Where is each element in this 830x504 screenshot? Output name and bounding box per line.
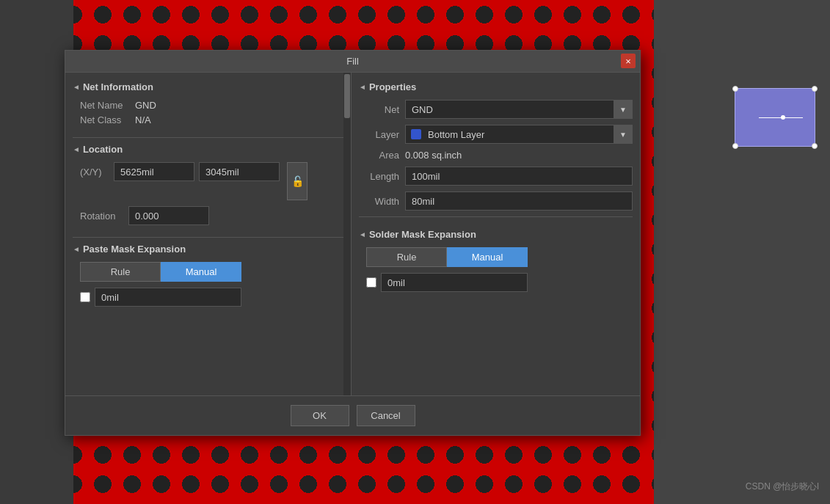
pcb-preview [727,73,823,161]
lock-button[interactable]: 🔓 [287,162,307,200]
xy-label: (X/Y) [80,167,109,178]
net-name-value: GND [135,100,156,111]
net-prop-label: Net [359,104,399,115]
net-info-section: ◄ Net Information Net Name GND Net Class… [73,81,343,125]
paste-mask-section: ◄ Paste Mask Expansion Rule Manual [73,244,343,307]
paste-mask-btn-group: Rule Manual [73,262,343,282]
location-arrow: ◄ [73,145,80,153]
dialog-footer: OK Cancel [65,395,640,435]
left-panel: ◄ Net Information Net Name GND Net Class… [65,73,352,395]
right-panel: ◄ Properties Net GND ▼ Layer [352,73,640,395]
layer-select-wrapper: Bottom Layer ▼ [405,125,633,144]
close-button[interactable]: × [621,54,636,68]
paste-mask-arrow: ◄ [73,245,80,253]
length-input[interactable] [405,167,633,186]
layer-prop-label: Layer [359,129,399,140]
properties-title: Properties [369,81,416,92]
location-section: ◄ Location (X/Y) 🔓 Rotation [73,144,343,225]
area-prop-label: Area [359,150,399,161]
net-info-title: Net Information [83,81,153,92]
net-select[interactable]: GND [405,100,633,119]
pcb-line [759,117,802,118]
area-prop-value: 0.008 sq.inch [405,150,462,161]
layer-prop-row: Layer Bottom Layer ▼ [359,125,633,144]
solder-mask-value[interactable] [381,273,528,292]
scroll-thumb [344,74,350,118]
location-header: ◄ Location [73,144,343,155]
rotation-label: Rotation [80,211,124,222]
pcb-handle-tr [812,86,818,92]
pcb-handle-bl [732,143,738,149]
divider-3 [359,216,633,217]
cancel-button[interactable]: Cancel [357,405,415,426]
net-class-label: Net Class [80,114,135,125]
dialog-title: Fill [346,56,359,67]
dialog-body: ◄ Net Information Net Name GND Net Class… [65,73,640,395]
xy-row: (X/Y) [80,162,280,181]
paste-mask-checkbox[interactable] [80,292,90,302]
net-name-label: Net Name [80,100,135,111]
watermark: CSDN @怡步晓心l [746,481,819,493]
ok-button[interactable]: OK [291,405,349,426]
width-prop-row: Width [359,191,633,211]
solder-mask-checkbox[interactable] [366,277,376,288]
x-input[interactable] [114,162,194,181]
net-prop-row: Net GND ▼ [359,100,633,119]
location-title: Location [83,144,123,155]
paste-mask-rule-btn[interactable]: Rule [80,262,161,282]
net-class-value: N/A [135,114,151,125]
rotation-row: Rotation [73,206,343,225]
solder-mask-arrow: ◄ [359,230,366,238]
solder-mask-header: ◄ Solder Mask Expansion [359,229,633,240]
net-info-arrow: ◄ [73,83,80,91]
length-prop-label: Length [359,171,399,182]
paste-mask-header: ◄ Paste Mask Expansion [73,244,343,255]
paste-mask-value[interactable] [95,288,241,307]
solder-mask-rule-btn[interactable]: Rule [366,247,447,267]
pcb-handle-br [812,143,818,149]
y-input[interactable] [199,162,280,181]
net-info-header: ◄ Net Information [73,81,343,92]
paste-mask-checkbox-row [73,288,343,307]
solder-mask-title: Solder Mask Expansion [369,229,476,240]
layer-select[interactable]: Bottom Layer [405,125,633,144]
paste-mask-manual-btn[interactable]: Manual [161,262,241,282]
pcb-handle-tl [732,86,738,92]
net-name-row: Net Name GND [73,100,343,111]
paste-mask-title: Paste Mask Expansion [83,244,186,255]
rotation-input[interactable] [128,206,209,225]
scrollbar[interactable] [343,73,351,395]
divider-2 [73,237,343,238]
divider-1 [73,137,343,138]
dialog-titlebar: Fill × [65,51,640,73]
width-prop-label: Width [359,196,399,207]
net-select-wrapper: GND ▼ [405,100,633,119]
fill-dialog: Fill × ◄ Net Information Net Name GND Ne… [65,50,641,436]
length-prop-row: Length [359,167,633,186]
solder-mask-section: ◄ Solder Mask Expansion Rule Manual [359,229,633,292]
solder-mask-manual-btn[interactable]: Manual [447,247,528,267]
properties-header: ◄ Properties [359,81,633,92]
area-prop-row: Area 0.008 sq.inch [359,150,633,161]
pcb-shape [735,88,815,147]
left-gray-area [0,0,73,504]
solder-mask-btn-group: Rule Manual [359,247,633,267]
width-input[interactable] [405,191,633,211]
net-class-row: Net Class N/A [73,114,343,125]
properties-arrow: ◄ [359,83,366,91]
solder-mask-checkbox-row [359,273,633,292]
